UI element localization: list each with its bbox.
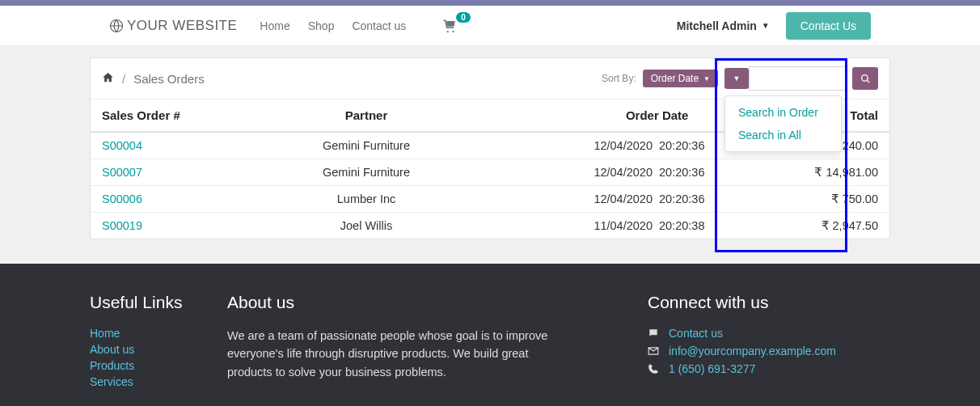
breadcrumb-current: Sales Orders	[133, 72, 205, 86]
footer-phone-link[interactable]: 1 (650) 691-3277	[669, 362, 755, 375]
footer-contact-link[interactable]: Contact us	[669, 327, 723, 340]
footer: Useful Links Home About us Products Serv…	[0, 264, 980, 406]
navbar: YOUR WEBSITE Home Shop Contact us 0 Mitc…	[0, 6, 980, 46]
search-icon	[860, 74, 871, 84]
cart-icon	[441, 19, 458, 33]
sales-order-link[interactable]: S00019	[102, 219, 142, 232]
date-cell: 12/04/2020 20:20:36	[463, 159, 737, 186]
phone-icon	[648, 363, 659, 374]
contact-us-button[interactable]: Contact Us	[786, 12, 871, 40]
partner-cell: Gemini Furniture	[269, 159, 464, 186]
footer-email-link[interactable]: info@yourcompany.example.com	[669, 345, 836, 357]
date-cell: 12/04/2020 20:20:36	[463, 132, 737, 159]
cart-button[interactable]: 0	[441, 19, 472, 33]
sort-by-label: Sort By:	[602, 73, 636, 84]
table-row: S00007Gemini Furniture12/04/2020 20:20:3…	[91, 159, 889, 186]
svg-point-1	[861, 74, 868, 81]
total-cell: ₹ 14,981.00	[737, 159, 889, 186]
table-row: S00006Lumber Inc12/04/2020 20:20:36₹ 750…	[91, 186, 889, 213]
cart-count-badge: 0	[456, 12, 471, 23]
total-cell: ₹ 2,947.50	[737, 213, 889, 239]
brand-logo[interactable]: YOUR WEBSITE	[109, 18, 237, 34]
footer-link-products[interactable]: Products	[90, 359, 227, 372]
nav-home[interactable]: Home	[260, 19, 289, 32]
partner-cell: Joel Willis	[269, 213, 464, 239]
sales-order-link[interactable]: S00004	[102, 139, 142, 152]
chevron-down-icon: ▼	[762, 21, 770, 30]
search-scope-menu: Search in Order Search in All	[724, 95, 842, 152]
sales-order-link[interactable]: S00007	[102, 166, 142, 179]
nav-shop[interactable]: Shop	[308, 19, 335, 32]
home-icon[interactable]	[102, 71, 114, 86]
col-sales-order: Sales Order #	[91, 99, 269, 132]
partner-cell: Gemini Furniture	[269, 132, 464, 159]
user-menu[interactable]: Mitchell Admin ▼	[677, 19, 770, 32]
nav-contact[interactable]: Contact us	[352, 19, 406, 32]
chat-icon	[648, 328, 659, 339]
footer-useful-links-title: Useful Links	[90, 293, 227, 312]
breadcrumb: / Sales Orders	[102, 71, 205, 86]
col-order-date: Order Date	[463, 99, 737, 132]
footer-link-about[interactable]: About us	[90, 343, 227, 356]
total-cell: ₹ 750.00	[737, 186, 889, 213]
table-row: S00019Joel Willis11/04/2020 20:20:38₹ 2,…	[91, 213, 889, 239]
search-in-all-option[interactable]: Search in All	[725, 124, 841, 146]
footer-connect-title: Connect with us	[648, 293, 890, 312]
footer-link-services[interactable]: Services	[90, 375, 227, 388]
date-cell: 12/04/2020 20:20:36	[463, 186, 737, 213]
mail-icon	[648, 345, 659, 357]
globe-icon	[109, 19, 124, 33]
col-partner: Partner	[269, 99, 464, 132]
footer-about-text: We are a team of passionate people whose…	[227, 327, 567, 381]
chevron-down-icon: ▼	[703, 75, 710, 82]
footer-about-title: About us	[227, 293, 648, 312]
footer-link-home[interactable]: Home	[90, 327, 227, 340]
sort-by-button[interactable]: Order Date ▼	[643, 70, 718, 87]
chevron-down-icon: ▼	[733, 74, 741, 82]
search-in-order-option[interactable]: Search in Order	[725, 101, 841, 124]
sales-order-link[interactable]: S00006	[102, 192, 142, 205]
search-scope-toggle[interactable]: ▼	[724, 68, 749, 89]
sales-orders-card: / Sales Orders Sort By: Order Date ▼ ▼ S…	[90, 57, 890, 239]
partner-cell: Lumber Inc	[269, 186, 464, 213]
search-input[interactable]	[749, 66, 846, 91]
date-cell: 11/04/2020 20:20:38	[463, 213, 737, 239]
search-button[interactable]	[852, 67, 878, 90]
